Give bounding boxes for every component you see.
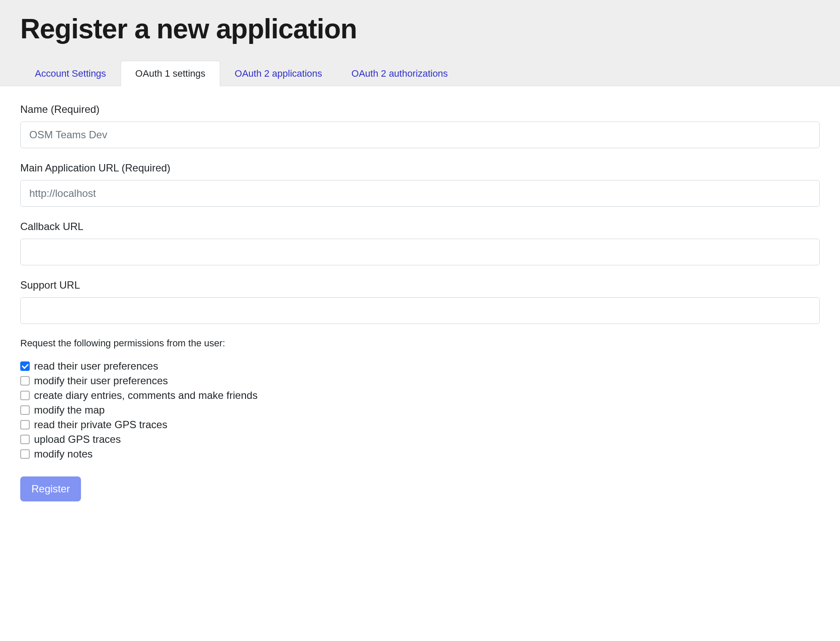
permission-checkbox-read-prefs[interactable] — [20, 361, 30, 371]
tab-oauth2-authorizations[interactable]: OAuth 2 authorizations — [337, 61, 463, 86]
callback-url-label: Callback URL — [20, 221, 820, 233]
tab-oauth1-settings[interactable]: OAuth 1 settings — [121, 61, 220, 86]
permission-label[interactable]: read their private GPS traces — [34, 419, 167, 431]
permission-row: modify notes — [20, 448, 820, 460]
permission-row: upload GPS traces — [20, 433, 820, 445]
support-url-label: Support URL — [20, 279, 820, 291]
permission-row: read their user preferences — [20, 360, 820, 372]
permission-row: modify the map — [20, 404, 820, 416]
permission-label[interactable]: read their user preferences — [34, 360, 158, 372]
permission-checkbox-modify-map[interactable] — [20, 405, 30, 415]
permission-row: read their private GPS traces — [20, 419, 820, 431]
permission-label[interactable]: modify the map — [34, 404, 105, 416]
permission-checkbox-upload-gps[interactable] — [20, 435, 30, 444]
permission-checkbox-diary[interactable] — [20, 391, 30, 400]
permissions-heading: Request the following permissions from t… — [20, 338, 820, 349]
permission-label[interactable]: modify notes — [34, 448, 93, 460]
tabs-container: Account Settings OAuth 1 settings OAuth … — [20, 60, 820, 86]
name-label: Name (Required) — [20, 103, 820, 115]
form-content: Name (Required) Main Application URL (Re… — [0, 86, 840, 519]
main-url-label: Main Application URL (Required) — [20, 162, 820, 174]
permission-label[interactable]: modify their user preferences — [34, 375, 168, 387]
page-title: Register a new application — [20, 13, 820, 45]
permissions-list: read their user preferences modify their… — [20, 360, 820, 460]
permission-label[interactable]: create diary entries, comments and make … — [34, 389, 258, 401]
permission-row: create diary entries, comments and make … — [20, 389, 820, 401]
permission-checkbox-modify-notes[interactable] — [20, 449, 30, 459]
name-input[interactable] — [20, 121, 820, 148]
register-button[interactable]: Register — [20, 476, 81, 501]
callback-url-input[interactable] — [20, 239, 820, 265]
tab-oauth2-applications[interactable]: OAuth 2 applications — [220, 61, 337, 86]
main-url-input[interactable] — [20, 180, 820, 207]
tab-account-settings[interactable]: Account Settings — [20, 61, 121, 86]
permission-checkbox-read-gps[interactable] — [20, 420, 30, 429]
permission-label[interactable]: upload GPS traces — [34, 433, 121, 445]
permission-row: modify their user preferences — [20, 375, 820, 387]
support-url-input[interactable] — [20, 297, 820, 324]
permission-checkbox-modify-prefs[interactable] — [20, 376, 30, 386]
